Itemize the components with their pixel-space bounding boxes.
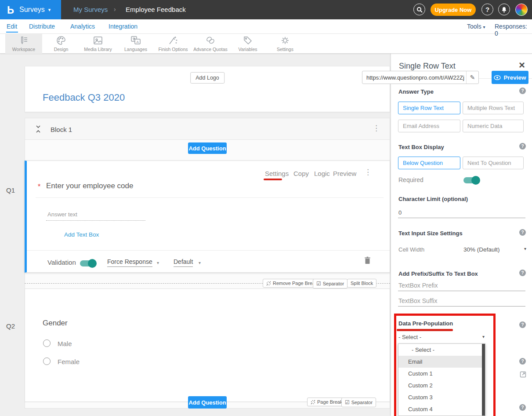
dropdown-option-select[interactable]: - Select - xyxy=(398,344,485,356)
tab-edit[interactable]: Edit xyxy=(7,23,17,30)
prefix-suffix-label: Add Prefix/Suffix To Text Box xyxy=(398,270,478,277)
textbox-suffix-input[interactable] xyxy=(398,297,525,307)
textbox-prefix-input[interactable] xyxy=(398,281,525,291)
upgrade-now-button[interactable]: Upgrade Now xyxy=(431,4,476,16)
add-logo-button[interactable]: Add Logo xyxy=(190,72,224,84)
data-prepopulation-caret-icon[interactable]: ▾ xyxy=(482,334,485,339)
force-response-dropdown[interactable]: Force Response xyxy=(107,258,152,267)
tab-analytics[interactable]: Analytics xyxy=(70,23,95,30)
q1-tab-settings[interactable]: Settings xyxy=(265,170,289,177)
toolbar-item-variables[interactable]: Variables xyxy=(229,34,266,54)
q1-question-text[interactable]: Enter your employee code xyxy=(46,182,133,190)
add-text-box-link[interactable]: Add Text Box xyxy=(64,231,99,238)
data-prepopulation-help-icon[interactable]: ? xyxy=(519,321,526,328)
palette-icon xyxy=(56,36,66,45)
search-button[interactable] xyxy=(413,4,425,15)
survey-title[interactable]: Feedback Q3 2020 xyxy=(43,92,125,103)
tools-menu[interactable]: Tools ▾ xyxy=(467,23,485,30)
top-bar: P Surveys ▾ My Surveys › Employee Feedba… xyxy=(0,0,532,19)
chevron-down-icon: ▾ xyxy=(48,7,51,13)
tag-icon xyxy=(243,36,253,45)
question-number-q1: Q1 xyxy=(6,186,15,194)
validation-toggle[interactable] xyxy=(80,260,96,266)
dropdown-option-custom1[interactable]: Custom 1 xyxy=(398,368,485,380)
input-size-help-icon[interactable]: ? xyxy=(519,229,526,236)
char-limit-input[interactable] xyxy=(398,208,525,218)
chain-links-icon xyxy=(205,36,216,45)
separator-button[interactable]: ☑ Separator xyxy=(313,279,347,288)
data-prepopulation-select-value[interactable]: - Select - xyxy=(398,334,421,340)
dropdown-option-custom4[interactable]: Custom 4 xyxy=(398,403,485,415)
toolbar-item-workspace[interactable]: Workspace xyxy=(5,34,42,54)
char-limit-label: Character Limit (optional) xyxy=(398,196,468,202)
toolbar-item-settings[interactable]: Settings xyxy=(267,34,304,54)
tab-distribute[interactable]: Distribute xyxy=(29,23,55,30)
q1-tab-preview[interactable]: Preview xyxy=(333,170,356,177)
radio-female[interactable] xyxy=(43,358,51,365)
split-block-button[interactable]: Split Block xyxy=(347,279,376,288)
q2-question-text[interactable]: Gender xyxy=(43,319,68,328)
dropdown-scrollbar[interactable] xyxy=(482,344,485,416)
text-box-display-label: Text Box Display xyxy=(398,144,444,150)
display-below-question[interactable]: Below Question xyxy=(398,157,460,169)
answer-type-help-icon[interactable]: ? xyxy=(519,88,526,94)
required-asterisk: * xyxy=(38,183,40,191)
user-avatar[interactable] xyxy=(515,4,528,16)
answer-type-single-row[interactable]: Single Row Text xyxy=(398,102,460,114)
answer-type-email[interactable]: Email Address xyxy=(398,120,460,132)
close-icon[interactable]: × xyxy=(519,60,525,70)
preview-button[interactable]: Preview xyxy=(492,71,528,84)
display-next-to-question[interactable]: Next To Question xyxy=(463,157,524,169)
help-button[interactable]: ? xyxy=(481,4,493,15)
page-break-button[interactable]: Page Break xyxy=(307,398,346,406)
prefix-suffix-help-icon[interactable]: ? xyxy=(519,270,526,276)
dropdown-option-email[interactable]: Email xyxy=(398,356,485,368)
product-switcher[interactable]: P Surveys ▾ xyxy=(0,0,61,19)
cell-width-caret-icon[interactable]: ▾ xyxy=(524,246,526,251)
block-menu-ellipsis-icon[interactable]: ⋮ xyxy=(373,124,380,132)
edit-url-pencil-icon[interactable]: ✎ xyxy=(466,71,478,84)
chevron-down-icon: ▾ xyxy=(157,260,159,265)
radio-male[interactable] xyxy=(43,339,51,347)
external-link-icon[interactable] xyxy=(520,371,526,378)
remove-page-break-button[interactable]: Remove Page Break xyxy=(263,279,321,288)
answer-type-multiple-rows[interactable]: Multiple Rows Text xyxy=(463,102,524,114)
toolbar-item-design[interactable]: Design xyxy=(43,34,80,54)
add-question-button-top[interactable]: Add Question xyxy=(188,142,227,154)
breadcrumb-parent[interactable]: My Surveys xyxy=(73,6,108,13)
q1-answer-text-input[interactable] xyxy=(46,210,145,221)
dropdown-option-custom3[interactable]: Custom 3 xyxy=(398,391,485,403)
chevron-down-icon: ▾ xyxy=(199,260,201,265)
text-box-display-help-icon[interactable]: ? xyxy=(519,143,526,150)
toolbar-item-languages[interactable]: A Languages xyxy=(117,34,154,54)
question-card-q2: Gender Male Female xyxy=(25,288,390,402)
bottom-separator-button[interactable]: ☑ Separator xyxy=(341,398,376,407)
hidden-section-help-icon[interactable]: ? xyxy=(519,358,526,365)
gear-icon xyxy=(280,36,290,45)
q1-tab-logic[interactable]: Logic xyxy=(314,170,330,177)
q1-menu-ellipsis-icon[interactable]: ⋮ xyxy=(364,168,372,176)
answer-type-numeric[interactable]: Numeric Data xyxy=(463,120,524,132)
survey-url-input[interactable] xyxy=(362,74,466,81)
q1-footer-divider xyxy=(27,250,390,251)
radio-male-label: Male xyxy=(58,340,72,347)
toolbar-item-advance-quotas[interactable]: Advance Quotas xyxy=(192,34,229,54)
responses-count[interactable]: Responses: 0 xyxy=(495,23,532,37)
hidden-section-help-icon-2[interactable]: ? xyxy=(519,404,526,411)
toolbar-item-finish-options[interactable]: Finish Options xyxy=(155,34,192,54)
dropdown-option-custom2[interactable]: Custom 2 xyxy=(398,380,485,391)
block-title[interactable]: Block 1 xyxy=(51,126,72,133)
delete-question-trash-icon[interactable] xyxy=(364,256,371,266)
q1-tab-copy[interactable]: Copy xyxy=(293,170,309,177)
toolbar-item-media-library[interactable]: Media Library xyxy=(80,34,116,54)
question-mark-icon: ? xyxy=(485,6,489,13)
add-question-button-bottom[interactable]: Add Question xyxy=(188,396,227,409)
cell-width-value[interactable]: 30% (Default) xyxy=(463,246,500,253)
notifications-button[interactable] xyxy=(498,4,510,15)
default-dropdown[interactable]: Default xyxy=(174,258,193,267)
tab-integration[interactable]: Integration xyxy=(109,23,138,30)
collapse-block-icon[interactable] xyxy=(36,125,41,135)
data-prepopulation-label: Data Pre-Population xyxy=(398,320,453,327)
magic-wand-icon xyxy=(168,36,178,45)
required-toggle[interactable] xyxy=(463,177,479,183)
